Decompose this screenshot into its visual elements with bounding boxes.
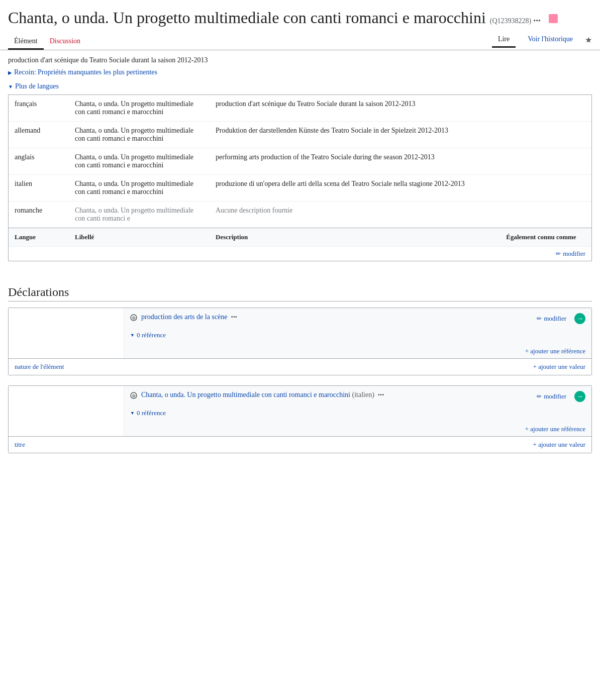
declaration-modify-link[interactable]: ✏ modifier [537, 392, 566, 401]
also-cell [500, 95, 591, 122]
tabs-right: Lire Voir l'historique ★ [492, 32, 592, 50]
star-icon[interactable]: ★ [585, 35, 592, 45]
declaration-footer: titre+ ajouter une valeur [9, 436, 591, 453]
declaration-block: ⊕production des arts de la scène •••✏ mo… [8, 308, 592, 375]
declaration-actions: ✏ modifier→ [537, 313, 585, 324]
declaration-ref-row: 0 référence [124, 329, 591, 344]
langs-table-row: romancheChanta, o unda. Un progetto mult… [9, 202, 591, 228]
langs-modify-link[interactable]: ✏ modifier [556, 250, 585, 258]
declaration-footer-property[interactable]: nature de l'élément [15, 363, 64, 371]
page-description: production d'art scénique du Teatro Soci… [8, 56, 592, 64]
tab-element[interactable]: Élément [8, 34, 44, 50]
langs-table-footer: Langue Libellé Description Également con… [9, 228, 591, 247]
lang-cell: anglais [9, 148, 69, 175]
declaration-block: ⊕Chanta, o unda. Un progetto multimedial… [8, 385, 592, 453]
declaration-add-ref-link[interactable]: + ajouter une référence [525, 425, 585, 433]
lang-cell: français [9, 95, 69, 122]
label-cell: Chanta, o unda. Un progetto multimediale… [69, 148, 210, 175]
declaration-add-ref-row: + ajouter une référence [124, 344, 591, 358]
qid-dots: ••• [533, 17, 541, 25]
declarations-container: ⊕production des arts de la scène •••✏ mo… [0, 308, 600, 453]
desc-cell: produzione di un'opera delle arti della … [210, 175, 500, 202]
content-area: production d'art scénique du Teatro Soci… [0, 50, 600, 277]
green-arrow-icon[interactable]: → [574, 391, 585, 402]
declaration-property-spacer [9, 308, 124, 358]
pencil-icon: ✏ [537, 315, 542, 323]
qid-badge: (Q123938228) ••• [490, 17, 541, 25]
declaration-ref-toggle[interactable]: 0 référence [130, 409, 166, 417]
page-header: Chanta, o unda. Un progetto multimediale… [0, 0, 600, 50]
langs-table-row: françaisChanta, o unda. Un progetto mult… [9, 95, 591, 122]
declaration-values-area: ⊕production des arts de la scène •••✏ mo… [124, 308, 591, 358]
declaration-dots: ••• [229, 314, 237, 321]
lang-cell: italien [9, 175, 69, 202]
declaration-actions: ✏ modifier→ [537, 391, 585, 402]
desc-cell: Aucune description fournie [210, 202, 500, 228]
label-cell: Chanta, o unda. Un progetto multimediale… [69, 95, 210, 122]
langs-modify-label: modifier [563, 250, 585, 258]
also-cell [500, 175, 591, 202]
tab-lire[interactable]: Lire [492, 32, 516, 48]
declaration-inner: ⊕Chanta, o unda. Un progetto multimedial… [9, 386, 591, 436]
declaration-values-area: ⊕Chanta, o unda. Un progetto multimedial… [124, 386, 591, 436]
tab-discussion[interactable]: Discussion [44, 34, 86, 50]
declaration-add-ref-link[interactable]: + ajouter une référence [525, 347, 585, 355]
declaration-footer-property[interactable]: titre [15, 441, 25, 449]
langs-table-row: anglaisChanta, o unda. Un progetto multi… [9, 148, 591, 175]
title-row: Chanta, o unda. Un progetto multimediale… [8, 8, 592, 27]
langs-table-row: allemandChanta, o unda. Un progetto mult… [9, 122, 591, 148]
declaration-add-value-link[interactable]: + ajouter une valeur [533, 441, 585, 449]
langs-table-row: italienChanta, o unda. Un progetto multi… [9, 175, 591, 202]
desc-cell: performing arts production of the Teatro… [210, 148, 500, 175]
declaration-value-icon: ⊕ [130, 392, 137, 401]
label-cell: Chanta, o unda. Un progetto multimediale… [69, 202, 210, 228]
declaration-value-row: ⊕production des arts de la scène •••✏ mo… [124, 308, 591, 329]
also-cell [500, 122, 591, 148]
declaration-footer: nature de l'élément+ ajouter une valeur [9, 358, 591, 375]
declaration-dots: ••• [376, 391, 384, 398]
declaration-inner: ⊕production des arts de la scène •••✏ mo… [9, 308, 591, 358]
declaration-value-text: production des arts de la scène ••• [141, 313, 533, 321]
declarations-section-title: Déclarations [8, 285, 592, 302]
declaration-add-value-link[interactable]: + ajouter une valeur [533, 363, 585, 371]
tabs: Élément Discussion Lire Voir l'historiqu… [8, 30, 592, 50]
langs-table-wrapper: françaisChanta, o unda. Un progetto mult… [8, 94, 592, 261]
col-also-header: Également connu comme [500, 228, 591, 247]
declaration-value-row: ⊕Chanta, o unda. Un progetto multimedial… [124, 386, 591, 407]
declaration-property-spacer [9, 386, 124, 436]
declaration-add-ref-row: + ajouter une référence [124, 422, 591, 436]
declaration-value-lang: (italien) [350, 391, 374, 398]
declaration-value-link[interactable]: production des arts de la scène [141, 313, 227, 321]
mobile-icon [549, 14, 558, 23]
page-title: Chanta, o unda. Un progetto multimediale… [8, 8, 486, 27]
declaration-ref-row: 0 référence [124, 407, 591, 422]
langs-table: françaisChanta, o unda. Un progetto mult… [9, 95, 591, 246]
declaration-ref-toggle[interactable]: 0 référence [130, 331, 166, 339]
tab-history[interactable]: Voir l'historique [522, 32, 579, 48]
green-arrow-icon[interactable]: → [574, 313, 585, 324]
desc-cell: production d'art scénique du Teatro Soci… [210, 95, 500, 122]
svg-text:⊕: ⊕ [132, 393, 136, 398]
tabs-left: Élément Discussion [8, 34, 86, 50]
declaration-value-link[interactable]: Chanta, o unda. Un progetto multimediale… [141, 391, 350, 398]
also-cell [500, 148, 591, 175]
lang-cell: allemand [9, 122, 69, 148]
pencil-icon: ✏ [537, 393, 542, 401]
langs-toggle[interactable]: Plus de langues [8, 82, 592, 90]
col-desc-header: Description [210, 228, 500, 247]
pencil-icon: ✏ [556, 250, 561, 258]
declaration-value-icon: ⊕ [130, 314, 137, 323]
declaration-value-text: Chanta, o unda. Un progetto multimediale… [141, 391, 533, 399]
col-label-header: Libellé [69, 228, 210, 247]
modify-row: ✏ modifier [9, 246, 591, 261]
qid-text: (Q123938228) [490, 17, 531, 25]
label-cell: Chanta, o unda. Un progetto multimediale… [69, 122, 210, 148]
recoin-link[interactable]: Recoin: Propriétés manquantes les plus p… [8, 68, 592, 76]
also-cell [500, 202, 591, 228]
svg-text:⊕: ⊕ [132, 315, 136, 321]
declaration-modify-link[interactable]: ✏ modifier [537, 315, 566, 323]
col-lang-header: Langue [9, 228, 69, 247]
label-cell: Chanta, o unda. Un progetto multimediale… [69, 175, 210, 202]
lang-cell: romanche [9, 202, 69, 228]
desc-cell: Produktion der darstellenden Künste des … [210, 122, 500, 148]
